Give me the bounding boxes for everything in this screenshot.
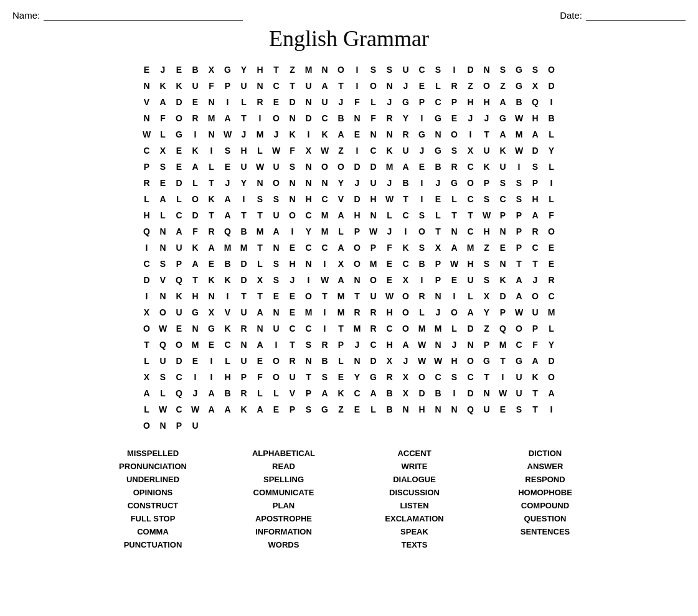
grid-cell: M [301,62,317,78]
grid-cell: N [495,223,511,240]
grid-cell: J [398,78,414,94]
grid-cell: S [511,191,527,207]
grid-cell: W [511,110,527,126]
grid-cell: Y [544,337,560,353]
grid-cell: D [495,288,511,304]
grid-cell: U [236,159,252,175]
grid-cell: A [333,126,349,142]
grid-cell: M [430,320,446,337]
grid-cell: W [495,385,511,401]
word-item: SENTENCES [483,527,608,536]
grid-cell: R [366,304,382,320]
grid-cell: F [366,110,382,126]
grid-cell: P [527,175,544,191]
grid-cell: P [511,240,527,256]
grid-cell: R [414,288,430,304]
grid-cell: I [544,94,560,110]
grid-cell: S [301,337,317,353]
grid-cell: I [446,385,463,401]
grid-cell: A [139,385,155,401]
grid-cell: X [155,142,171,159]
grid-cell: C [398,207,414,223]
grid-cell: S [527,159,544,175]
word-item: UNDERLINED [91,475,215,484]
grid-cell: L [382,207,398,223]
grid-cell: H [479,94,495,110]
grid-cell: N [301,94,317,110]
grid-cell: U [187,418,204,434]
grid-cell: N [301,353,317,369]
grid-cell: G [446,175,463,191]
grid-cell: J [479,110,495,126]
grid-cell: W [187,401,204,418]
grid-cell: K [171,78,187,94]
grid-cell: S [285,159,301,175]
grid-cell: T [398,191,414,207]
grid-cell: U [155,353,171,369]
grid-cell: T [527,385,544,401]
grid-cell: O [366,272,382,288]
grid-cell: E [285,240,301,256]
grid-cell: F [544,207,560,223]
grid-cell: H [527,191,544,207]
grid-cell: P [139,159,155,175]
grid-cell: E [333,369,349,385]
grid-cell: H [139,207,155,223]
grid-cell: I [511,159,527,175]
grid-cell: R [236,320,252,337]
grid-cell: B [414,256,430,272]
grid-cell: W [382,288,398,304]
grid-cell: T [252,207,268,223]
word-item: WRITE [352,462,477,471]
grid-cell: A [317,78,333,94]
grid-cell: J [268,126,285,142]
grid-cell: O [171,337,187,353]
grid-cell: L [187,175,204,191]
grid-cell: I [139,240,155,256]
grid-cell: X [252,272,268,288]
grid-cell: I [414,110,430,126]
grid-cell: T [479,126,495,142]
grid-cell: P [366,240,382,256]
grid-cell: S [155,369,171,385]
grid-cell: L [139,191,155,207]
word-item: ANSWER [483,462,608,471]
grid-cell: O [285,207,301,223]
grid-cell: P [301,385,317,401]
grid-cell: T [317,288,333,304]
grid-cell: O [268,353,285,369]
grid-cell: U [236,304,252,320]
grid-cell: O [301,288,317,304]
word-item: READ [222,462,346,471]
grid-cell: P [430,272,446,288]
grid-cell: X [333,256,349,272]
grid-cell: E [544,256,560,272]
grid-cell: M [414,320,430,337]
grid-cell: H [382,337,398,353]
grid-cell: D [544,78,560,94]
grid-cell: O [398,304,414,320]
grid-cell: O [446,304,463,320]
grid-cell: W [268,142,285,159]
grid-cell: F [527,337,544,353]
grid-cell: S [527,62,544,78]
grid-cell: M [220,240,236,256]
grid-cell: T [285,78,301,94]
grid-cell: P [446,94,463,110]
grid-cell: M [333,288,349,304]
grid-cell: E [204,337,220,353]
grid-cell: A [527,353,544,369]
grid-cell: N [187,320,204,337]
grid-cell: B [382,385,398,401]
grid-cell: Q [171,272,187,288]
grid-cell: T [479,369,495,385]
grid-cell: B [398,175,414,191]
grid-cell: R [139,175,155,191]
word-item: ACCENT [352,449,477,458]
grid-cell: A [252,304,268,320]
grid-cell: O [463,175,479,191]
grid-cell: K [236,401,252,418]
grid-cell: N [236,337,252,353]
grid-cell: K [285,126,301,142]
grid-cell: A [366,385,382,401]
